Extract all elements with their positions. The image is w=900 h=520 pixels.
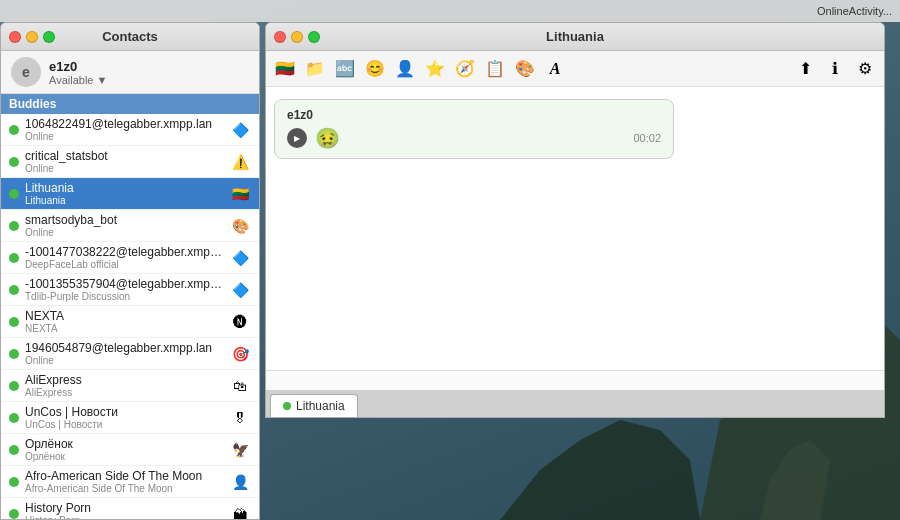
play-button[interactable]: ▶ bbox=[287, 128, 307, 148]
contacts-list[interactable]: 1064822491@telegabber.xmpp.lanOnline🔷cri… bbox=[1, 114, 259, 519]
chat-titlebar: Lithuania bbox=[266, 23, 884, 51]
contacts-window-title: Contacts bbox=[102, 29, 158, 44]
contacts-window: Contacts e e1z0 Available ▼ Buddies 1064… bbox=[0, 22, 260, 520]
contact-icon: 🏔 bbox=[229, 503, 251, 520]
contact-text: LithuaniaLithuania bbox=[25, 181, 223, 206]
toolbar-emoji-icon[interactable]: 😊 bbox=[362, 56, 388, 82]
contact-item[interactable]: critical_statsbotOnline⚠️ bbox=[1, 146, 259, 178]
toolbar-user-icon[interactable]: 👤 bbox=[392, 56, 418, 82]
user-info: e1z0 Available ▼ bbox=[49, 59, 249, 86]
contact-name: UnCos | Новости bbox=[25, 405, 223, 419]
toolbar-right-group: ⬆ ℹ ⚙ bbox=[792, 56, 878, 82]
toolbar-compass-icon[interactable]: 🧭 bbox=[452, 56, 478, 82]
chat-messages-area[interactable]: e1z0 ▶ 🤢 00:02 bbox=[266, 87, 884, 370]
toolbar-info-icon[interactable]: ℹ bbox=[822, 56, 848, 82]
status-dot bbox=[9, 285, 19, 295]
chat-close-button[interactable] bbox=[274, 31, 286, 43]
minimize-button[interactable] bbox=[26, 31, 38, 43]
toolbar-settings-icon[interactable]: ⚙ bbox=[852, 56, 878, 82]
contact-item[interactable]: UnCos | НовостиUnCos | Новости🎖 bbox=[1, 402, 259, 434]
chat-minimize-button[interactable] bbox=[291, 31, 303, 43]
contact-icon: 🔷 bbox=[229, 119, 251, 141]
online-activity-text: OnlineActivity... bbox=[817, 5, 892, 17]
contact-text: AliExpressAliExpress bbox=[25, 373, 223, 398]
status-dot bbox=[9, 381, 19, 391]
toolbar-flag-icon[interactable]: 🇱🇹 bbox=[272, 56, 298, 82]
status-dot bbox=[9, 253, 19, 263]
contacts-user-row[interactable]: e e1z0 Available ▼ bbox=[1, 51, 259, 94]
chat-input-area bbox=[266, 370, 884, 391]
close-button[interactable] bbox=[9, 31, 21, 43]
contact-text: 1946054879@telegabber.xmpp.lanOnline bbox=[25, 341, 223, 366]
contact-name: History Porn bbox=[25, 501, 223, 515]
contact-text: -1001355357904@telegabber.xmpp.lanTdlib-… bbox=[25, 277, 223, 302]
contact-item[interactable]: smartsodyba_botOnline🎨 bbox=[1, 210, 259, 242]
contact-icon: 🦅 bbox=[229, 439, 251, 461]
buddies-header: Buddies bbox=[1, 94, 259, 114]
status-dot bbox=[9, 157, 19, 167]
contact-name: AliExpress bbox=[25, 373, 223, 387]
contact-name: Орлёнок bbox=[25, 437, 223, 451]
toolbar-format-icon[interactable]: 🔤 bbox=[332, 56, 358, 82]
contact-name: critical_statsbot bbox=[25, 149, 223, 163]
toolbar-upload-icon[interactable]: ⬆ bbox=[792, 56, 818, 82]
contact-name: -1001477038222@telegabber.xmpp.lan bbox=[25, 245, 223, 259]
menu-bar-right: OnlineActivity... bbox=[817, 0, 892, 22]
chat-maximize-button[interactable] bbox=[308, 31, 320, 43]
toolbar-clipboard-icon[interactable]: 📋 bbox=[482, 56, 508, 82]
status-dot bbox=[9, 349, 19, 359]
chat-tab-lithuania[interactable]: Lithuania bbox=[270, 394, 358, 417]
status-dot bbox=[9, 221, 19, 231]
contact-icon: 🛍 bbox=[229, 375, 251, 397]
contact-item[interactable]: LithuaniaLithuania🇱🇹 bbox=[1, 178, 259, 210]
svg-marker-1 bbox=[500, 420, 700, 520]
contact-text: History PornHistory Porn bbox=[25, 501, 223, 519]
contact-icon: 🇱🇹 bbox=[229, 183, 251, 205]
contact-sub: AliExpress bbox=[25, 387, 223, 398]
contact-item[interactable]: 1946054879@telegabber.xmpp.lanOnline🎯 bbox=[1, 338, 259, 370]
contact-text: Afro-American Side Of The MoonAfro-Ameri… bbox=[25, 469, 223, 494]
contact-item[interactable]: AliExpressAliExpress🛍 bbox=[1, 370, 259, 402]
toolbar-folder-icon[interactable]: 📁 bbox=[302, 56, 328, 82]
contact-item[interactable]: -1001355357904@telegabber.xmpp.lanTdlib-… bbox=[1, 274, 259, 306]
contact-sub: Online bbox=[25, 131, 223, 142]
contact-sub: Afro-American Side Of The Moon bbox=[25, 483, 223, 494]
chat-window: Lithuania 🇱🇹 📁 🔤 😊 👤 ⭐ 🧭 📋 🎨 A ⬆ ℹ ⚙ e1z… bbox=[265, 22, 885, 392]
chat-window-title: Lithuania bbox=[546, 29, 604, 44]
contact-text: NEXTANEXTA bbox=[25, 309, 223, 334]
toolbar-font-icon[interactable]: A bbox=[542, 56, 568, 82]
contact-text: smartsodyba_botOnline bbox=[25, 213, 223, 238]
contact-icon: 🔷 bbox=[229, 279, 251, 301]
contact-item[interactable]: 1064822491@telegabber.xmpp.lanOnline🔷 bbox=[1, 114, 259, 146]
user-name: e1z0 bbox=[49, 59, 249, 74]
contact-name: 1064822491@telegabber.xmpp.lan bbox=[25, 117, 223, 131]
contact-name: Afro-American Side Of The Moon bbox=[25, 469, 223, 483]
maximize-button[interactable] bbox=[43, 31, 55, 43]
status-dot bbox=[9, 509, 19, 519]
toolbar-star-icon[interactable]: ⭐ bbox=[422, 56, 448, 82]
contact-text: UnCos | НовостиUnCos | Новости bbox=[25, 405, 223, 430]
contact-item[interactable]: NEXTANEXTA🅝 bbox=[1, 306, 259, 338]
voice-message: e1z0 ▶ 🤢 00:02 bbox=[274, 99, 674, 159]
tab-label: Lithuania bbox=[296, 399, 345, 413]
contact-sub: History Porn bbox=[25, 515, 223, 519]
contact-text: -1001477038222@telegabber.xmpp.lanDeepFa… bbox=[25, 245, 223, 270]
contact-name: NEXTA bbox=[25, 309, 223, 323]
contact-sub: Online bbox=[25, 355, 223, 366]
toolbar-palette-icon[interactable]: 🎨 bbox=[512, 56, 538, 82]
contact-icon: 🎨 bbox=[229, 215, 251, 237]
menu-bar: OnlineActivity... bbox=[0, 0, 900, 22]
status-dot bbox=[9, 477, 19, 487]
status-dot bbox=[9, 445, 19, 455]
contact-icon: 🎖 bbox=[229, 407, 251, 429]
contact-text: ОрлёнокОрлёнок bbox=[25, 437, 223, 462]
contact-item[interactable]: Afro-American Side Of The MoonAfro-Ameri… bbox=[1, 466, 259, 498]
contact-item[interactable]: -1001477038222@telegabber.xmpp.lanDeepFa… bbox=[1, 242, 259, 274]
contact-item[interactable]: ОрлёнокОрлёнок🦅 bbox=[1, 434, 259, 466]
contact-icon: 🅝 bbox=[229, 311, 251, 333]
contact-item[interactable]: History PornHistory Porn🏔 bbox=[1, 498, 259, 519]
voice-duration: 00:02 bbox=[633, 132, 661, 144]
contact-name: smartsodyba_bot bbox=[25, 213, 223, 227]
window-controls bbox=[9, 31, 55, 43]
chat-tab-bar: Lithuania bbox=[265, 390, 885, 418]
